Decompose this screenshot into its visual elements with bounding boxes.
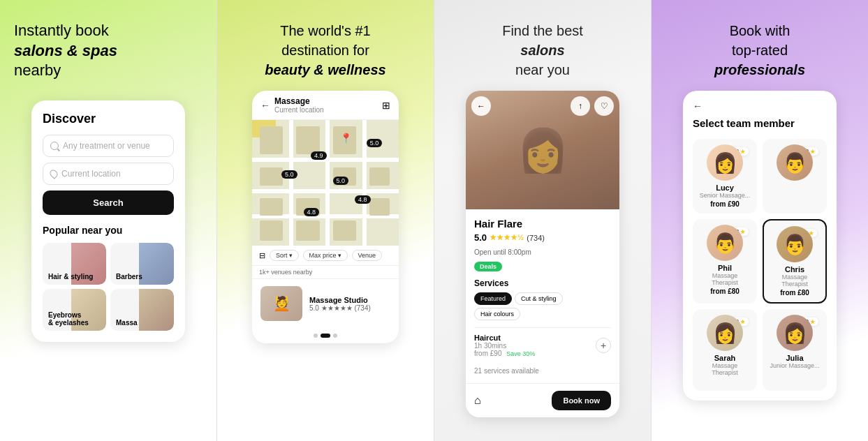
panel4-headline: Book with top-rated professionals <box>714 21 805 80</box>
sarah-role: Massage Therapist <box>698 362 751 376</box>
map-block <box>369 198 390 216</box>
venue-card[interactable]: 💆 Massage Studio 5.0 ★★★★★ (734) <box>252 279 399 328</box>
man1-name <box>793 184 795 192</box>
team-card-lucy[interactable]: 4.9 ★ 👩 Lucy Senior Massage... from £90 <box>693 139 757 214</box>
p4-headline-bold: professionals <box>714 62 805 77</box>
open-status: Open until 8:00pm <box>474 248 611 256</box>
p2-headline-line1: The world's #1 <box>280 23 370 38</box>
nav-dots <box>252 328 399 343</box>
salon-body: Hair Flare 5.0 ★★★★½ (734) Open until 8:… <box>466 209 619 383</box>
chip-featured[interactable]: Featured <box>474 292 512 305</box>
search-placeholder: Any treatment or venue <box>63 141 150 151</box>
category-eyebrows[interactable]: Eyebrows& eyelashes <box>43 289 106 331</box>
team-card-julia[interactable]: 5.0 ★ 👩 Julia Junior Massage... <box>763 309 827 391</box>
location-icon <box>48 168 59 179</box>
salon-controls: ← ↑ ♡ <box>471 96 614 116</box>
discount-label: Save 30% <box>506 350 535 357</box>
map-block <box>296 221 320 241</box>
service-chips: Featured Cut & styling Hair colours <box>474 292 611 320</box>
julia-role: Junior Massage... <box>770 362 819 369</box>
map-view[interactable]: 📍 4.9 5.0 5.0 4.8 5.0 4.8 <box>252 120 399 246</box>
category-hair-styling[interactable]: Hair & styling <box>43 243 106 285</box>
p2-headline-bold: beauty & wellness <box>265 62 385 77</box>
team-card-man1[interactable]: 4.8 ★ 👨 <box>763 139 827 214</box>
sort-chip[interactable]: Sort ▾ <box>270 250 299 261</box>
man1-role <box>794 192 796 199</box>
map-rating-pin: 5.0 <box>333 177 349 185</box>
map-block <box>296 126 320 154</box>
julia-avatar: 👩 <box>777 315 813 351</box>
map-phone: ← Massage Current location ⊞ <box>252 91 399 343</box>
p4-headline-line2: top-rated <box>732 43 788 58</box>
search-button[interactable]: Search <box>43 190 174 215</box>
avatar-emoji: 👩 <box>707 315 743 351</box>
p4-headline-line1: Book with <box>730 23 790 38</box>
map-block <box>369 167 390 185</box>
map-block <box>260 126 284 154</box>
back-arrow[interactable]: ← <box>693 100 827 112</box>
back-arrow-icon[interactable]: ← <box>260 100 270 111</box>
team-selection-phone: ← Select team member 4.9 ★ 👩 Lucy Senior… <box>683 91 837 401</box>
venue-thumbnail: 💆 <box>260 286 302 321</box>
filter-bar: ⊟ Sort ▾ Max price ▾ Venue <box>252 246 399 266</box>
map-rating-pin: 4.9 <box>311 151 327 160</box>
map-rating-pin: 5.0 <box>281 170 297 179</box>
chip-colours[interactable]: Hair colours <box>474 308 520 320</box>
share-button[interactable]: ↑ <box>571 96 590 116</box>
salon-rating: 5.0 ★★★★½ (734) <box>474 232 611 243</box>
category-massage[interactable]: Massa <box>110 289 174 331</box>
book-now-button[interactable]: Book now <box>552 391 611 410</box>
category-barbers[interactable]: Barbers <box>110 243 174 285</box>
map-main-title: Massage <box>274 96 324 106</box>
max-price-chip[interactable]: Max price ▾ <box>303 250 348 261</box>
phil-avatar: 👨 <box>707 225 743 261</box>
avatar-emoji: 👨 <box>707 225 743 261</box>
salon-detail-phone: 👩 ← ↑ ♡ Hair Flare 5.0 ★★★★½ (734) Open … <box>466 91 619 417</box>
map-icon[interactable]: ⊞ <box>382 100 390 111</box>
panel-find-salons: Find the best salons near you 👩 ← ↑ ♡ Ha… <box>434 0 651 441</box>
p2-headline-line2: destination for <box>281 43 369 58</box>
back-button[interactable]: ← <box>471 96 491 116</box>
team-card-sarah[interactable]: 5.0 ★ 👩 Sarah Massage Therapist <box>693 309 757 391</box>
julia-name: Julia <box>786 354 803 362</box>
panel1-headline: Instantly book salons & spas nearby <box>14 21 203 81</box>
discover-title: Discover <box>43 112 174 126</box>
rating-number: 5.0 <box>474 232 487 243</box>
chris-role: Massage Therapist <box>770 274 820 287</box>
nav-dot-active <box>321 334 330 338</box>
service-price: from £90 Save 30% <box>474 350 535 357</box>
add-service-button[interactable]: + <box>596 338 611 353</box>
nav-dot <box>314 334 318 338</box>
favorite-button[interactable]: ♡ <box>594 96 614 116</box>
salon-footer: ⌂ Book now <box>466 383 619 417</box>
phil-role: Massage Therapist <box>698 272 751 286</box>
treatment-search[interactable]: Any treatment or venue <box>43 135 174 157</box>
phil-name: Phil <box>718 264 732 272</box>
team-card-phil[interactable]: 4.8 ★ 👨 Phil Massage Therapist from £80 <box>693 219 757 304</box>
location-input[interactable]: Current location <box>43 163 174 185</box>
service-duration: 1h 30mins <box>474 342 535 350</box>
phil-price: from £80 <box>710 287 740 295</box>
lucy-price: from £90 <box>710 200 740 208</box>
category-label: Massa <box>116 319 138 327</box>
chip-cut[interactable]: Cut & styling <box>515 292 563 305</box>
venue-chip[interactable]: Venue <box>352 250 383 261</box>
man1-price <box>794 200 796 208</box>
panel-beauty-wellness: The world's #1 destination for beauty & … <box>216 0 434 441</box>
category-label: Eyebrows& eyelashes <box>48 311 89 327</box>
map-rating-pin: 4.8 <box>304 208 320 216</box>
map-block <box>333 221 357 241</box>
bottom-nav: ⌂ <box>474 394 481 407</box>
headline-bold: salons & spas <box>14 42 117 59</box>
map-block <box>260 221 284 241</box>
stars: ★★★★½ <box>490 233 524 242</box>
team-card-chris[interactable]: 5.0 ★ 👨 Chris Massage Therapist from £80 <box>763 219 827 304</box>
panel2-headline: The world's #1 destination for beauty & … <box>265 21 385 80</box>
home-icon[interactable]: ⌂ <box>474 394 481 407</box>
venue-name: Massage Studio <box>309 296 371 304</box>
map-header: ← Massage Current location ⊞ <box>252 91 399 120</box>
venue-label: Venue <box>358 252 376 259</box>
select-team-title: Select team member <box>693 117 827 129</box>
salon-name: Hair Flare <box>474 218 611 230</box>
avatar-emoji: 👩 <box>707 144 743 181</box>
